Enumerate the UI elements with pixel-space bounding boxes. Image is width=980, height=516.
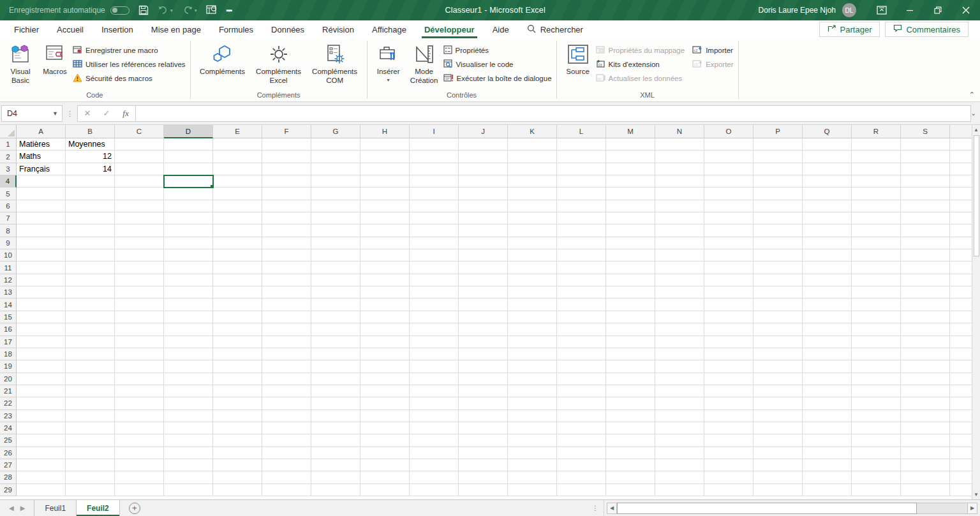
cell-B1[interactable]: Moyennes	[66, 138, 115, 151]
cell-B22[interactable]	[66, 397, 115, 409]
cell-E17[interactable]	[213, 336, 262, 348]
cell-C1[interactable]	[115, 138, 164, 151]
cell-partial[interactable]	[950, 138, 972, 151]
cell-J6[interactable]	[459, 200, 508, 212]
cell-A9[interactable]	[17, 237, 66, 249]
cell-K2[interactable]	[508, 151, 557, 163]
cell-B26[interactable]	[66, 447, 115, 459]
cell-S20[interactable]	[901, 373, 950, 385]
cell-J10[interactable]	[459, 249, 508, 262]
cell-A11[interactable]	[17, 262, 66, 274]
column-header-M[interactable]: M	[606, 125, 655, 138]
cell-Q16[interactable]	[803, 323, 852, 335]
add-sheet-icon[interactable]: +	[129, 503, 140, 514]
cell-L6[interactable]	[557, 200, 606, 212]
cell-B21[interactable]	[66, 385, 115, 397]
cell-D22[interactable]	[164, 397, 213, 409]
cell-P19[interactable]	[754, 360, 803, 372]
cell-F14[interactable]	[262, 299, 311, 311]
cell-C14[interactable]	[115, 299, 164, 311]
cell-N26[interactable]	[655, 447, 704, 459]
cell-C24[interactable]	[115, 422, 164, 434]
cell-H5[interactable]	[360, 188, 410, 200]
cell-O14[interactable]	[704, 299, 754, 311]
cell-Q8[interactable]	[803, 225, 852, 237]
cell-C17[interactable]	[115, 336, 164, 348]
cell-R14[interactable]	[852, 299, 901, 311]
cell-B7[interactable]	[66, 212, 115, 225]
cell-E29[interactable]	[213, 484, 262, 496]
cell-G10[interactable]	[311, 249, 360, 262]
cell-D13[interactable]	[164, 286, 213, 299]
cell-O10[interactable]	[704, 249, 754, 262]
cell-G19[interactable]	[311, 360, 360, 372]
cell-H17[interactable]	[360, 336, 410, 348]
expansion-packs-button[interactable]: 03 Kits d'extension	[596, 59, 685, 70]
sheet-tab-feuil1[interactable]: Feuil1	[34, 500, 77, 516]
cell-P24[interactable]	[754, 422, 803, 434]
cell-S13[interactable]	[901, 286, 950, 299]
cell-O20[interactable]	[704, 373, 754, 385]
cell-Q10[interactable]	[803, 249, 852, 262]
cell-Q4[interactable]	[803, 175, 852, 188]
cell-D28[interactable]	[164, 471, 213, 483]
cell-B29[interactable]	[66, 484, 115, 496]
cell-K25[interactable]	[508, 434, 557, 446]
cell-G26[interactable]	[311, 447, 360, 459]
cell-E7[interactable]	[213, 212, 262, 225]
scroll-right-icon[interactable]: ▶	[967, 503, 977, 514]
cell-K24[interactable]	[508, 422, 557, 434]
cell-F24[interactable]	[262, 422, 311, 434]
cell-M24[interactable]	[606, 422, 655, 434]
cell-H28[interactable]	[360, 471, 410, 483]
cell-Q11[interactable]	[803, 262, 852, 274]
cell-S9[interactable]	[901, 237, 950, 249]
cell-B24[interactable]	[66, 422, 115, 434]
cell-G27[interactable]	[311, 459, 360, 471]
cell-L21[interactable]	[557, 385, 606, 397]
cell-A23[interactable]	[17, 410, 66, 422]
cell-Q17[interactable]	[803, 336, 852, 348]
row-header-13[interactable]: 13	[0, 286, 17, 299]
cell-D1[interactable]	[164, 138, 213, 151]
cell-Q14[interactable]	[803, 299, 852, 311]
cell-E20[interactable]	[213, 373, 262, 385]
cell-L29[interactable]	[557, 484, 606, 496]
cell-N6[interactable]	[655, 200, 704, 212]
cell-R16[interactable]	[852, 323, 901, 335]
cell-B3[interactable]: 14	[66, 163, 115, 175]
cell-partial[interactable]	[950, 163, 972, 175]
cell-E19[interactable]	[213, 360, 262, 372]
cell-H4[interactable]	[360, 175, 410, 188]
cell-R27[interactable]	[852, 459, 901, 471]
cell-P10[interactable]	[754, 249, 803, 262]
cell-E23[interactable]	[213, 410, 262, 422]
cell-H8[interactable]	[360, 225, 410, 237]
cell-G18[interactable]	[311, 348, 360, 360]
cell-I21[interactable]	[410, 385, 459, 397]
cell-O22[interactable]	[704, 397, 754, 409]
cell-Q23[interactable]	[803, 410, 852, 422]
cell-K18[interactable]	[508, 348, 557, 360]
cell-Q18[interactable]	[803, 348, 852, 360]
cell-partial[interactable]	[950, 212, 972, 225]
horizontal-scroll-thumb[interactable]	[617, 503, 917, 514]
cell-P22[interactable]	[754, 397, 803, 409]
cell-M11[interactable]	[606, 262, 655, 274]
row-header-2[interactable]: 2	[0, 151, 17, 163]
cell-E27[interactable]	[213, 459, 262, 471]
cell-N17[interactable]	[655, 336, 704, 348]
cell-M25[interactable]	[606, 434, 655, 446]
cell-I9[interactable]	[410, 237, 459, 249]
cell-H3[interactable]	[360, 163, 410, 175]
cell-C20[interactable]	[115, 373, 164, 385]
xml-source-button[interactable]: Source	[561, 41, 595, 77]
cell-C27[interactable]	[115, 459, 164, 471]
cell-Q22[interactable]	[803, 397, 852, 409]
cell-K9[interactable]	[508, 237, 557, 249]
cell-B4[interactable]	[66, 175, 115, 188]
row-header-4[interactable]: 4	[0, 175, 17, 188]
cell-O6[interactable]	[704, 200, 754, 212]
cell-L20[interactable]	[557, 373, 606, 385]
cell-partial[interactable]	[950, 274, 972, 286]
